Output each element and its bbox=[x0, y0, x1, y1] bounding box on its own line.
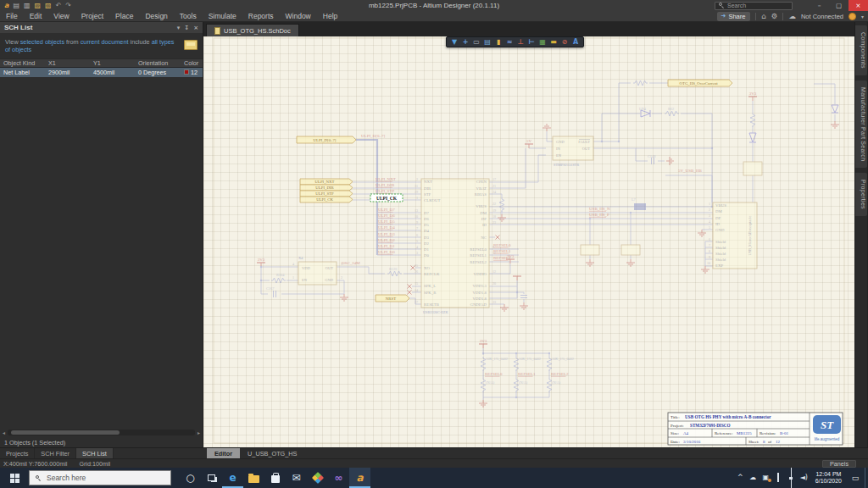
menu-item-help[interactable]: Help bbox=[317, 11, 343, 21]
select-icon[interactable]: ▭ bbox=[471, 39, 481, 46]
resistor[interactable] bbox=[387, 271, 402, 276]
home-icon[interactable]: ⌂ bbox=[761, 13, 765, 20]
ferrite-bead[interactable] bbox=[634, 203, 646, 210]
transistor[interactable] bbox=[743, 162, 762, 175]
sch-port-ULPI_CK[interactable]: ULPI_CK bbox=[300, 197, 353, 202]
altium-icon[interactable]: a bbox=[349, 468, 370, 488]
column-header-x1[interactable]: X1 bbox=[45, 59, 90, 67]
column-header-object-kind[interactable]: Object Kind bbox=[0, 59, 45, 67]
part-icon[interactable]: ▮ bbox=[493, 39, 504, 46]
led[interactable] bbox=[641, 110, 650, 117]
wire-icon[interactable]: ≈ bbox=[504, 39, 515, 46]
capacitor[interactable] bbox=[520, 296, 527, 298]
sch-component-usb-phy[interactable]: NXT2DIR31STP29CLKOUT1D713D610D59D47D36D2… bbox=[415, 177, 496, 308]
zener-diode[interactable] bbox=[832, 105, 838, 113]
net-label-icon[interactable]: ⊢ bbox=[526, 39, 537, 46]
panel-menu-icon[interactable]: ▾ bbox=[177, 25, 181, 31]
volume-icon[interactable]: ◄) bbox=[798, 474, 810, 481]
share-button[interactable]: ➜ Share bbox=[717, 12, 751, 21]
menu-item-project[interactable]: Project bbox=[75, 11, 109, 21]
altium-app-icon[interactable]: a bbox=[4, 3, 8, 9]
tray-chevron-icon[interactable]: ^ bbox=[735, 474, 746, 481]
menu-item-edit[interactable]: Edit bbox=[24, 11, 48, 21]
resistor[interactable] bbox=[750, 113, 755, 127]
text-icon[interactable]: A bbox=[570, 39, 581, 46]
tab-sch-filter[interactable]: SCH Filter bbox=[35, 448, 76, 458]
task-view-icon[interactable] bbox=[201, 468, 222, 488]
horizontal-scrollbar[interactable]: ◂ ▸ bbox=[1, 429, 202, 436]
gear-icon[interactable]: ⚙ bbox=[771, 13, 778, 20]
resistor[interactable] bbox=[665, 111, 679, 116]
network-icon[interactable] bbox=[786, 469, 797, 487]
move-icon[interactable]: + bbox=[460, 39, 470, 46]
column-header-color[interactable]: Color bbox=[181, 59, 203, 67]
sch-port-ULPI_DIR[interactable]: ULPI_DIR bbox=[300, 185, 353, 191]
cast-icon[interactable] bbox=[773, 474, 784, 481]
taskbar-search-input[interactable]: Search here bbox=[29, 470, 171, 485]
sch-component-usb-connector[interactable]: VBUS1DM2DP3ID4GND5Shield6Shield7Shield8S… bbox=[707, 202, 757, 269]
column-header-orientation[interactable]: Orientation bbox=[135, 59, 181, 67]
harness-icon[interactable]: ▬ bbox=[548, 39, 559, 46]
scroll-left-icon[interactable]: ◂ bbox=[1, 430, 7, 435]
menu-item-file[interactable]: File bbox=[0, 11, 24, 21]
taskbar-clock[interactable]: 12:04 PM 6/10/2020 bbox=[811, 471, 846, 485]
open-project-icon[interactable]: ▧ bbox=[45, 3, 52, 9]
panel-close-icon[interactable]: × bbox=[193, 25, 198, 31]
undo-icon[interactable]: ↶ bbox=[56, 3, 62, 9]
panel-tab-properties[interactable]: Properties bbox=[855, 173, 867, 216]
menu-item-window[interactable]: Window bbox=[280, 11, 317, 21]
menu-item-view[interactable]: View bbox=[47, 11, 75, 21]
scope-link[interactable]: current document bbox=[81, 38, 129, 46]
capacitor[interactable] bbox=[652, 158, 654, 164]
no-erc-icon[interactable]: ⊘ bbox=[559, 39, 570, 46]
panel-tab-components[interactable]: Components bbox=[855, 25, 867, 75]
resistor[interactable] bbox=[499, 197, 504, 212]
scope-link[interactable]: selected objects bbox=[20, 38, 64, 46]
menu-item-design[interactable]: Design bbox=[139, 11, 173, 21]
tab-editor[interactable]: Editor bbox=[207, 448, 240, 458]
component-box[interactable] bbox=[621, 245, 640, 255]
schematic-canvas[interactable]: ▼+▭▤▮≈⊥⊢▦▬⊘A 5V3V33V33V33V3NXT2DIR31STP2… bbox=[203, 36, 854, 447]
pin-icon[interactable]: ↧ bbox=[184, 25, 189, 31]
schematic-drawing[interactable]: 5V3V33V33V33V3NXT2DIR31STP29CLKOUT1D713D… bbox=[203, 36, 854, 447]
save-icon[interactable]: ▤ bbox=[13, 3, 19, 9]
selected-net-label[interactable]: ULPI_CK bbox=[370, 194, 403, 202]
highlight-tool-icon[interactable] bbox=[184, 40, 198, 50]
tab-projects[interactable]: Projects bbox=[0, 448, 35, 458]
chevron-down-icon[interactable]: ▾ bbox=[861, 14, 864, 19]
cortana-icon[interactable]: ○ bbox=[180, 468, 201, 488]
sch-component-oscillator[interactable]: VDDENOUTGND4132 bbox=[292, 262, 342, 285]
power-port-icon[interactable]: ⊥ bbox=[515, 39, 526, 46]
panel-tab-manufacturer-part-search[interactable]: Manufacturer Part Search bbox=[855, 80, 867, 168]
maximize-button[interactable]: ▢ bbox=[829, 0, 849, 11]
redo-icon[interactable]: ↷ bbox=[65, 3, 71, 9]
file-explorer-icon[interactable] bbox=[243, 468, 264, 488]
image-icon[interactable]: ▦ bbox=[537, 39, 548, 46]
sch-port-OTG_HS_OverCurrent[interactable]: OTG_HS_OverCurrent bbox=[668, 80, 732, 86]
document-tab[interactable]: USB_OTG_HS.SchDoc bbox=[206, 24, 299, 36]
table-row[interactable]: Net Label2900mil4500mil0 Degrees12 bbox=[0, 68, 203, 77]
open-icon[interactable]: ▨ bbox=[35, 3, 42, 9]
column-header-y1[interactable]: Y1 bbox=[90, 59, 135, 67]
sch-port-NRST[interactable]: NRST bbox=[376, 295, 409, 302]
onedrive-icon[interactable]: ☁ bbox=[748, 474, 759, 481]
scrollbar-thumb[interactable] bbox=[11, 430, 120, 435]
resistor[interactable] bbox=[271, 278, 286, 283]
component-box[interactable] bbox=[581, 245, 599, 255]
global-search-input[interactable]: Search bbox=[715, 2, 793, 10]
sch-port-ULPI_D07[interactable]: ULPI_D[0..7] bbox=[297, 136, 356, 143]
minimize-button[interactable]: – bbox=[810, 0, 829, 11]
mail-icon[interactable]: ✉ bbox=[286, 468, 307, 488]
snippet-icon[interactable]: ▤ bbox=[482, 39, 492, 46]
filter-icon[interactable]: ▼ bbox=[449, 39, 459, 46]
editor-doc-label[interactable]: U_USB_OTG_HS bbox=[240, 448, 304, 458]
start-button[interactable] bbox=[0, 468, 29, 488]
sch-port-ULPI_NXT[interactable]: ULPI_NXT bbox=[300, 179, 353, 185]
menu-item-reports[interactable]: Reports bbox=[242, 11, 280, 21]
tab-sch-list[interactable]: SCH List bbox=[76, 448, 114, 458]
store-icon[interactable] bbox=[264, 468, 286, 488]
sch-port-ULPI_STP[interactable]: ULPI_STP bbox=[300, 191, 353, 197]
edge-icon[interactable]: e bbox=[222, 468, 243, 488]
led[interactable] bbox=[749, 133, 756, 142]
tray-app-icon[interactable]: ▣ bbox=[760, 474, 771, 481]
